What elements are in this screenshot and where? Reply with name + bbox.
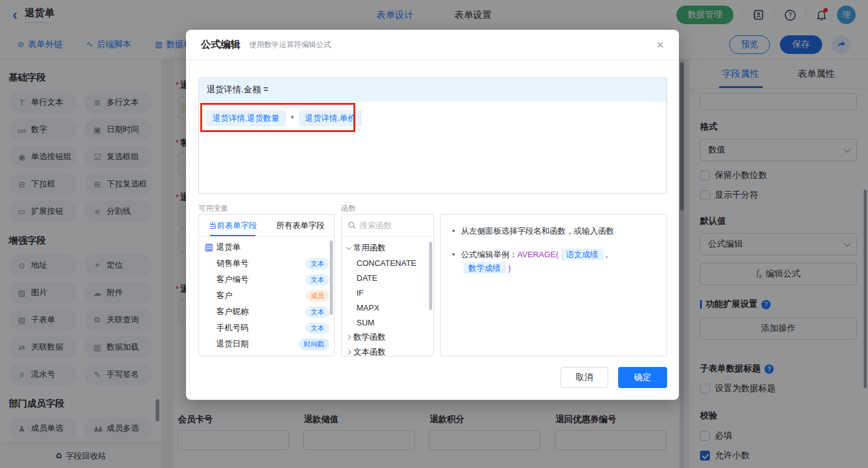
tips-pane: •从左侧面板选择字段名和函数，或输入函数 • 公式编辑举例：AVERAGE(语文… [440,214,667,356]
example-token: 语文成绩 [561,249,603,260]
confirm-button[interactable]: 确定 [618,367,667,388]
variable-row[interactable]: 退货日期时间戳 [199,336,334,352]
tip-example: 公式编辑举例：AVERAGE(语文成绩,数学成绩) [461,248,655,275]
example-token: 数学成绩 [464,262,506,274]
fn-group-text[interactable]: 文本函数 [342,345,433,356]
caret-down-icon [346,245,351,250]
variable-row[interactable]: 客户成员 [199,288,334,304]
fn-group-common[interactable]: 常用函数 [342,241,433,255]
variables-scrollbar[interactable] [330,241,333,315]
fn-group-math[interactable]: 数学函数 [342,330,433,345]
formula-editor: 退货详情.金额 = 退货详情.退货数量 * 退货详情.单价 [198,77,667,194]
function-search-input[interactable] [360,221,422,230]
formula-token-left[interactable]: 退货详情.退货数量 [206,110,286,126]
formula-edit-modal: 公式编辑 使用数学运算符编辑公式 × 退货详情.金额 = 退货详情.退货数量 *… [186,30,679,400]
formula-target: 退货详情.金额 = [199,78,666,102]
formula-operator: * [291,113,294,123]
functions-pane: 常用函数 CONCATENATE DATE IF MAPX SUM 数学函数 文… [341,214,434,356]
document-icon [205,244,213,252]
variable-row[interactable]: 手机号码文本 [199,320,334,336]
tip-text: 从左侧面板选择字段名和函数，或输入函数 [461,224,614,238]
function-search[interactable] [342,214,433,237]
fn-item[interactable]: SUM [342,315,433,330]
modal-subtitle: 使用数学运算符编辑公式 [249,40,331,50]
type-badge: 文本 [306,258,329,270]
tab-all-form-fields[interactable]: 所有表单字段 [267,214,334,236]
tab-current-form-fields[interactable]: 当前表单字段 [199,214,267,236]
variable-row[interactable]: 客户昵称文本 [199,304,334,320]
variables-pane: 当前表单字段 所有表单字段 退货单 销售单号文本 客户编号文本 客户成员 客户昵… [198,214,335,356]
tree-root-form[interactable]: 退货单 [199,237,334,255]
search-icon [348,221,356,229]
type-badge: 时间戳 [299,338,329,350]
variables-label: 可用变量 [198,203,228,214]
fn-item[interactable]: CONCATENATE [342,255,433,270]
type-badge: 文本 [306,274,329,286]
functions-label: 函数 [341,203,356,214]
variable-row[interactable]: 客户编号文本 [199,272,334,288]
bullet: • [452,224,455,238]
functions-scrollbar[interactable] [429,242,432,310]
fn-item[interactable]: IF [342,285,433,300]
variable-row[interactable]: 销售单号文本 [199,255,334,272]
fn-item[interactable]: DATE [342,270,433,285]
type-badge: 文本 [306,306,329,318]
fn-item[interactable]: MAPX [342,300,433,315]
caret-right-icon [346,335,351,340]
type-badge: 成员 [306,290,329,302]
formula-token-right[interactable]: 退货详情.单价 [299,110,362,126]
close-icon[interactable]: × [657,38,664,51]
cancel-button[interactable]: 取消 [560,367,608,388]
modal-title: 公式编辑 [201,38,241,51]
caret-right-icon [346,350,351,355]
bullet: • [452,248,455,275]
type-badge: 文本 [306,322,329,334]
formula-input-area[interactable]: 退货详情.退货数量 * 退货详情.单价 [199,102,666,135]
